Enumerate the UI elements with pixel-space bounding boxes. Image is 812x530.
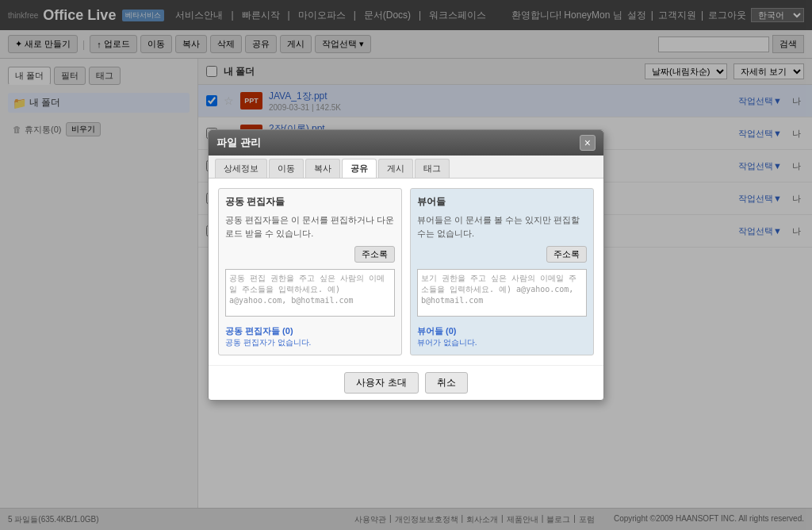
editors-addr-button[interactable]: 주소록 bbox=[354, 246, 395, 263]
modal-titlebar: 파일 관리 × bbox=[209, 130, 603, 156]
viewers-list-empty: 뷰어가 없습니다. bbox=[417, 337, 587, 348]
viewers-column: 뷰어들 뷰어들은 이 문서를 볼 수는 있지만 편집할 수는 없습니다. 주소록… bbox=[410, 188, 594, 355]
modal-tab-copy[interactable]: 복사 bbox=[305, 159, 340, 178]
editors-title: 공동 편집자들 bbox=[225, 195, 395, 209]
cancel-button[interactable]: 취소 bbox=[425, 372, 468, 394]
editors-email-input[interactable]: 공동 편집 권한을 주고 싶은 사람의 이메일 주소들을 입력하세요. 예) a… bbox=[225, 269, 395, 317]
viewers-desc: 뷰어들은 이 문서를 볼 수는 있지만 편집할 수는 없습니다. bbox=[417, 213, 587, 240]
modal-tab-move[interactable]: 이동 bbox=[269, 159, 304, 178]
viewers-title: 뷰어들 bbox=[417, 195, 587, 209]
file-manager-modal: 파일 관리 × 상세정보 이동 복사 공유 게시 태그 공동 편집자들 공동 편… bbox=[208, 129, 604, 401]
modal-body: 공동 편집자들 공동 편집자들은 이 문서를 편집하거나 다운로드 받을 수 있… bbox=[209, 179, 603, 365]
viewers-email-input[interactable]: 보기 권한을 주고 싶은 사람의 이메일 주소들을 입력하세요. 예) a@ya… bbox=[417, 269, 587, 317]
viewers-list-title[interactable]: 뷰어들 (0) bbox=[417, 325, 587, 337]
modal-overlay: 파일 관리 × 상세정보 이동 복사 공유 게시 태그 공동 편집자들 공동 편… bbox=[0, 0, 812, 530]
invite-button[interactable]: 사용자 초대 bbox=[344, 372, 418, 394]
editors-column: 공동 편집자들 공동 편집자들은 이 문서를 편집하거나 다운로드 받을 수 있… bbox=[218, 188, 402, 355]
modal-tab-share[interactable]: 공유 bbox=[342, 159, 377, 178]
modal-footer: 사용자 초대 취소 bbox=[209, 365, 603, 400]
editors-list-title[interactable]: 공동 편집자들 (0) bbox=[225, 325, 395, 337]
modal-title: 파일 관리 bbox=[216, 136, 261, 150]
editors-list-empty: 공동 편집자가 없습니다. bbox=[225, 337, 395, 348]
modal-tab-post[interactable]: 게시 bbox=[378, 159, 413, 178]
modal-tabs: 상세정보 이동 복사 공유 게시 태그 bbox=[209, 156, 603, 179]
viewers-addr-button[interactable]: 주소록 bbox=[546, 246, 587, 263]
modal-close-button[interactable]: × bbox=[580, 135, 596, 151]
modal-tab-tag[interactable]: 태그 bbox=[415, 159, 450, 178]
modal-columns: 공동 편집자들 공동 편집자들은 이 문서를 편집하거나 다운로드 받을 수 있… bbox=[218, 188, 594, 355]
modal-tab-details[interactable]: 상세정보 bbox=[215, 159, 267, 178]
editors-desc: 공동 편집자들은 이 문서를 편집하거나 다운로드 받을 수 있습니다. bbox=[225, 213, 395, 240]
